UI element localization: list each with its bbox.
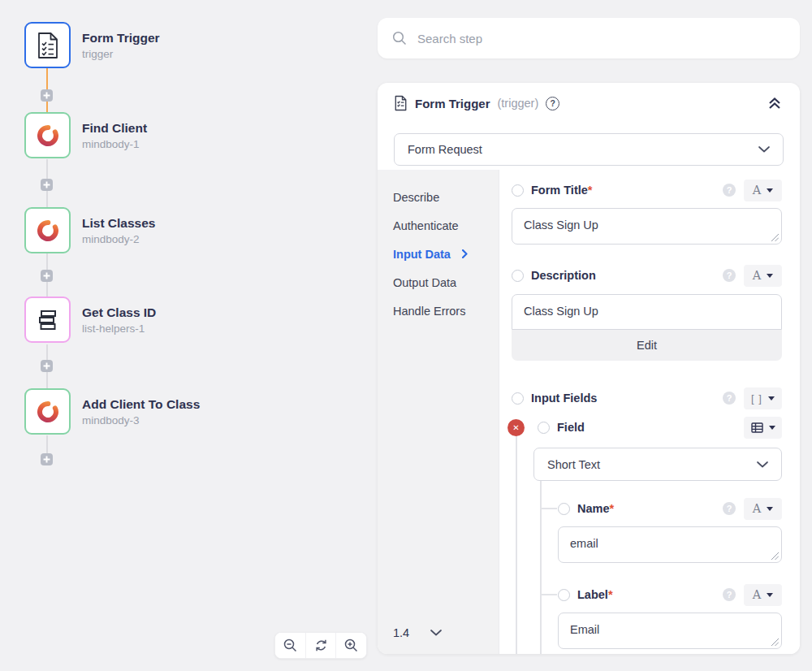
step-title: Add Client To Class: [82, 397, 200, 412]
version-number: 1.4: [393, 626, 409, 639]
tab-input-data[interactable]: Input Data: [378, 240, 499, 268]
caret-down-icon: [769, 426, 775, 430]
caret-down-icon: [767, 274, 773, 278]
step-subtitle: trigger: [82, 48, 160, 60]
field-label: Input Fields: [531, 392, 597, 405]
field-kind-select[interactable]: Short Text: [533, 448, 782, 481]
help-icon[interactable]: [723, 184, 736, 197]
zoom-out-button[interactable]: [275, 633, 305, 658]
operation-select-wrap: Form Request: [378, 123, 800, 170]
tab-label: Describe: [393, 191, 439, 204]
panel-header: Form Trigger (trigger): [378, 83, 800, 123]
connector-toggle[interactable]: [558, 589, 570, 601]
workflow-step-form-trigger[interactable]: Form Trigger trigger: [24, 22, 160, 68]
step-search-bar: [378, 18, 800, 58]
field-type-selector-object[interactable]: [744, 417, 782, 439]
type-table-icon: [751, 422, 763, 433]
panel-tabs-sidebar: Describe Authenticate Input Data Output …: [378, 170, 499, 654]
name-input-wrap: email: [558, 526, 782, 563]
tree-connector-line: [540, 481, 542, 654]
field-label: Name*: [577, 502, 614, 515]
workflow-step-find-client[interactable]: Find Client mindbody-1: [24, 112, 147, 158]
field-type-selector-array[interactable]: [ ]: [744, 387, 782, 409]
type-text-icon: A: [753, 269, 761, 282]
form-title-input-wrap: Class Sign Up: [512, 208, 782, 245]
field-type-selector-text[interactable]: A: [744, 498, 782, 520]
field-type-selector-text[interactable]: A: [744, 265, 782, 287]
tab-output-data[interactable]: Output Data: [378, 268, 499, 297]
help-icon[interactable]: [723, 588, 736, 601]
connector-toggle[interactable]: [512, 184, 524, 197]
form-title-input[interactable]: Class Sign Up: [512, 208, 782, 245]
name-input[interactable]: email: [558, 526, 782, 563]
help-icon[interactable]: [546, 97, 559, 110]
help-icon[interactable]: [723, 269, 736, 282]
tab-authenticate[interactable]: Authenticate: [378, 211, 499, 240]
version-selector[interactable]: 1.4: [393, 626, 442, 639]
mindbody-node[interactable]: [24, 207, 71, 253]
add-step-button[interactable]: [41, 179, 53, 191]
mindbody-node[interactable]: [24, 388, 71, 435]
field-label: Description: [531, 269, 596, 282]
operation-select[interactable]: Form Request: [394, 133, 784, 166]
plus-icon: [43, 456, 50, 463]
double-chevron-up-icon: [767, 97, 782, 110]
field-item-row: Field: [508, 418, 782, 436]
remove-field-button[interactable]: [508, 419, 525, 436]
mindbody-node[interactable]: [24, 112, 71, 158]
workflow-step-list-classes[interactable]: List Classes mindbody-2: [24, 207, 155, 253]
input-data-form: Form Title* A Class Sign Up: [499, 170, 800, 654]
label-input-wrap: Email: [558, 613, 782, 649]
help-icon[interactable]: [723, 392, 736, 405]
field-header-name: Name* A: [558, 500, 782, 517]
collapse-panel-button[interactable]: [766, 95, 784, 111]
field-header-input-fields: Input Fields [ ]: [512, 390, 782, 406]
connector-toggle[interactable]: [558, 503, 570, 515]
help-icon[interactable]: [723, 502, 736, 515]
plus-icon: [43, 362, 50, 370]
caret-down-icon: [768, 396, 775, 400]
connector-toggle[interactable]: [538, 422, 550, 434]
label-input[interactable]: Email: [558, 613, 782, 649]
field-kind-selected-value: Short Text: [547, 458, 600, 471]
field-label: Form Title*: [531, 184, 592, 197]
step-subtitle: mindbody-3: [82, 414, 200, 426]
add-step-button[interactable]: [41, 270, 53, 282]
reset-zoom-button[interactable]: [305, 633, 336, 658]
type-array-icon: [ ]: [751, 392, 762, 405]
add-step-button[interactable]: [41, 453, 53, 465]
connector-toggle[interactable]: [512, 392, 524, 405]
zoom-out-icon: [283, 638, 298, 653]
panel-title-suffix: (trigger): [498, 97, 539, 110]
list-bars-icon: [36, 308, 60, 332]
form-trigger-node[interactable]: [24, 22, 71, 68]
tab-handle-errors[interactable]: Handle Errors: [378, 297, 499, 325]
tree-connector-line: [540, 508, 557, 509]
field-label: Label*: [577, 588, 613, 601]
type-text-icon: A: [753, 184, 761, 197]
list-helpers-node[interactable]: [24, 297, 71, 343]
workflow-step-get-class-id[interactable]: Get Class ID list-helpers-1: [24, 297, 156, 343]
field-label: Field: [557, 421, 585, 434]
tab-describe[interactable]: Describe: [378, 183, 499, 211]
field-header-form-title: Form Title* A: [512, 182, 782, 198]
caret-down-icon: [767, 593, 773, 597]
add-step-button[interactable]: [41, 360, 53, 372]
search-input[interactable]: [417, 32, 785, 45]
connector-toggle[interactable]: [512, 270, 524, 282]
step-title: Form Trigger: [82, 31, 160, 45]
field-type-selector-text[interactable]: A: [744, 180, 782, 201]
field-type-selector-text[interactable]: A: [744, 584, 782, 606]
add-step-button[interactable]: [41, 89, 53, 102]
canvas-zoom-toolbar: [274, 632, 367, 659]
edit-description-button[interactable]: Edit: [512, 330, 782, 361]
checklist-document-icon: [394, 95, 408, 111]
plus-icon: [43, 272, 50, 279]
description-input[interactable]: Class Sign Up: [512, 294, 782, 330]
chevron-down-icon: [430, 630, 442, 636]
step-subtitle: list-helpers-1: [82, 323, 156, 335]
workflow-step-add-client-to-class[interactable]: Add Client To Class mindbody-3: [24, 388, 200, 435]
workflow-builder-app: Form Trigger trigger Find Client mindbod…: [0, 0, 812, 671]
tree-connector-line: [540, 594, 557, 595]
zoom-in-button[interactable]: [335, 633, 366, 658]
